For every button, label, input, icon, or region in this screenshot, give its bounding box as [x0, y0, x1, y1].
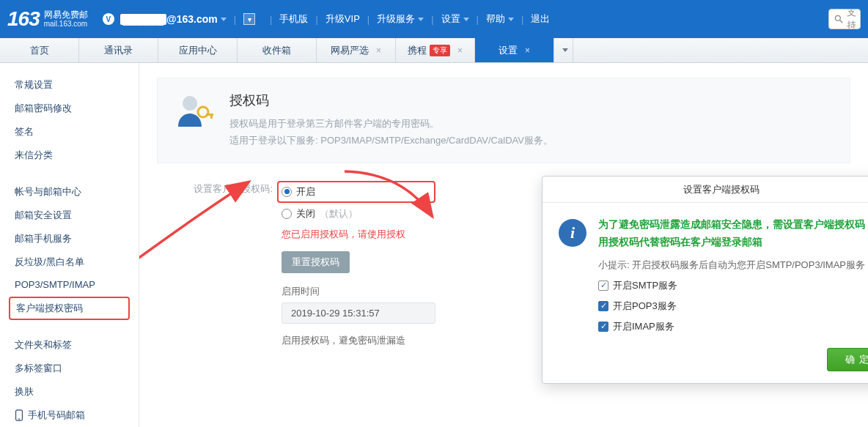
topmenu-upgrade-vip[interactable]: 升级VIP [326, 12, 360, 26]
sidebar-item-letter-sort[interactable]: 来信分类 [0, 144, 139, 167]
logo-text: 网易免费邮 mail.163.com [44, 10, 88, 28]
sidebar-item-label: 多标签窗口 [15, 362, 62, 375]
topmenu-mobile[interactable]: 手机版 [279, 12, 308, 26]
checkbox-checked-icon: ✓ [598, 301, 608, 311]
sidebar-item-password[interactable]: 邮箱密码修改 [0, 97, 139, 120]
sidebar-item-account-center[interactable]: 帐号与邮箱中心 [0, 180, 139, 204]
sidebar-item-label: 手机号码邮箱 [28, 409, 85, 422]
sidebar-item-label: 换肤 [15, 385, 34, 398]
sidebar-item-label: 签名 [15, 125, 34, 138]
chk-imap-row[interactable]: ✓开启IMAP服务 [598, 320, 868, 333]
phone-icon [15, 409, 23, 421]
sidebar: 常规设置 邮箱密码修改 签名 来信分类 帐号与邮箱中心 邮箱安全设置 邮箱手机服… [0, 63, 139, 427]
tab-label: 携程 [408, 44, 427, 57]
dialog-hint: 小提示: 开启授权码服务后自动为您开启SMTP/POP3/IMAP服务 [598, 259, 868, 272]
chk-smtp-row[interactable]: ✓开启SMTP服务 [598, 279, 868, 292]
tab-dropdown[interactable] [554, 38, 573, 62]
info-icon: i [559, 219, 586, 247]
search-box[interactable]: 支持 [828, 9, 861, 29]
tab-close-icon[interactable]: × [376, 45, 381, 56]
sidebar-item-label: 邮箱手机服务 [15, 232, 72, 245]
chevron-down-icon [562, 48, 568, 52]
caret-icon [418, 18, 424, 21]
form-label: 设置客户端授权码: [157, 181, 282, 347]
sidebar-item-pop3[interactable]: POP3/SMTP/IMAP [0, 274, 139, 295]
sidebar-item-multitab[interactable]: 多标签窗口 [0, 357, 139, 380]
tab-badge: 专享 [430, 45, 450, 56]
radio-off-label: 关闭 [296, 207, 315, 220]
auth-dialog: 设置客户端授权码 × i 为了避免密码泄露造成邮箱安全隐患，需设置客户端授权码，… [542, 176, 868, 384]
sidebar-item-label: 来信分类 [15, 149, 53, 162]
content: 授权码 授权码是用于登录第三方邮件客户端的专用密码。 适用于登录以下服务: PO… [139, 63, 868, 427]
sidebar-item-label: 帐号与邮箱中心 [15, 185, 81, 198]
tab-close-icon[interactable]: × [525, 45, 530, 56]
account-masked: ██████ [120, 14, 166, 25]
account-email-suffix[interactable]: @163.com [166, 13, 218, 25]
sidebar-item-label: 常规设置 [15, 78, 53, 92]
dialog-ok-button[interactable]: 确定 [827, 348, 868, 371]
chk-label: 开启SMTP服务 [613, 279, 677, 292]
search-icon [834, 14, 844, 24]
reset-auth-button[interactable]: 重置授权码 [282, 251, 350, 273]
tab-settings[interactable]: 设置× [475, 38, 554, 62]
tab-label: 设置 [499, 44, 518, 57]
radio-on-row[interactable]: 开启 [277, 181, 435, 203]
sidebar-item-antispam[interactable]: 反垃圾/黑白名单 [0, 250, 139, 274]
chk-label: 开启IMAP服务 [613, 320, 674, 333]
sidebar-item-skin[interactable]: 换肤 [0, 380, 139, 404]
enable-time-label: 启用时间 [282, 285, 435, 298]
tab-home[interactable]: 首页 [0, 38, 79, 62]
sidebar-item-folders[interactable]: 文件夹和标签 [0, 333, 139, 357]
topmenu-logout[interactable]: 退出 [531, 12, 550, 26]
hero-sub2: 适用于登录以下服务: POP3/IMAP/SMTP/Exchange/CardD… [229, 132, 553, 149]
brand-name: 网易免费邮 [44, 10, 88, 20]
sidebar-item-security[interactable]: 邮箱安全设置 [0, 204, 139, 227]
tab-yanxuan[interactable]: 网易严选× [317, 38, 396, 62]
radio-off-row[interactable]: 关闭 （默认） [282, 207, 435, 220]
svg-point-0 [835, 15, 840, 21]
checkbox-icon: ✓ [598, 281, 608, 291]
brand-domain: mail.163.com [44, 20, 88, 28]
sidebar-item-label: 反垃圾/黑白名单 [15, 256, 84, 269]
sidebar-item-label: 客户端授权密码 [16, 302, 83, 315]
account-dropdown-caret-icon[interactable] [221, 18, 227, 21]
sidebar-item-label: 邮箱安全设置 [15, 209, 72, 222]
tab-label: 通讯录 [104, 44, 133, 57]
tab-label: 收件箱 [262, 44, 291, 57]
tab-app-center[interactable]: 应用中心 [158, 38, 238, 62]
user-key-icon [174, 92, 215, 133]
chk-label: 开启POP3服务 [613, 300, 677, 313]
sidebar-item-signature[interactable]: 签名 [0, 120, 139, 144]
checkbox-checked-icon: ✓ [598, 322, 608, 332]
chk-pop3-row[interactable]: ✓开启POP3服务 [598, 300, 868, 313]
tab-close-icon[interactable]: × [457, 45, 463, 56]
topmenu-settings[interactable]: 设置 [441, 12, 460, 26]
svg-point-3 [18, 418, 20, 420]
sidebar-item-label: POP3/SMTP/IMAP [15, 279, 95, 290]
hero-panel: 授权码 授权码是用于登录第三方邮件客户端的专用密码。 适用于登录以下服务: PO… [157, 78, 850, 163]
tab-inbox[interactable]: 收件箱 [238, 38, 317, 62]
radio-off-icon [282, 209, 292, 219]
dialog-message: 为了避免密码泄露造成邮箱安全隐患，需设置客户端授权码，用授权码代替密码在客户端登… [598, 216, 868, 251]
caret-icon [463, 18, 469, 21]
sidebar-item-mobile-service[interactable]: 邮箱手机服务 [0, 227, 139, 250]
topmenu-help[interactable]: 帮助 [486, 12, 505, 26]
hero-title: 授权码 [229, 92, 553, 109]
tab-xiecheng[interactable]: 携程专享× [396, 38, 475, 62]
sidebar-item-client-auth[interactable]: 客户端授权密码 [9, 297, 130, 320]
top-menu: | 手机版 | 升级VIP | 升级服务 | 设置 | 帮助 | 退出 [262, 12, 550, 26]
vip-badge-icon: V [103, 13, 114, 25]
sidebar-item-phone-mail[interactable]: 手机号码邮箱 [0, 404, 139, 427]
tab-contacts[interactable]: 通讯录 [79, 38, 158, 62]
radio-off-default: （默认） [320, 207, 358, 220]
svg-rect-7 [210, 114, 213, 119]
notify-icon[interactable]: ▾ [243, 13, 255, 25]
topmenu-upgrade-service[interactable]: 升级服务 [377, 12, 415, 26]
hero-sub1: 授权码是用于登录第三方邮件客户端的专用密码。 [229, 115, 553, 132]
logo-163: 163 [7, 7, 40, 31]
enable-tip: 启用授权码，避免密码泄漏造 [282, 334, 435, 347]
radio-on-label: 开启 [296, 185, 315, 198]
auth-warning: 您已启用授权码，请使用授权 [282, 228, 435, 241]
tab-row: 首页 通讯录 应用中心 收件箱 网易严选× 携程专享× 设置× [0, 38, 868, 63]
sidebar-item-general[interactable]: 常规设置 [0, 73, 139, 97]
